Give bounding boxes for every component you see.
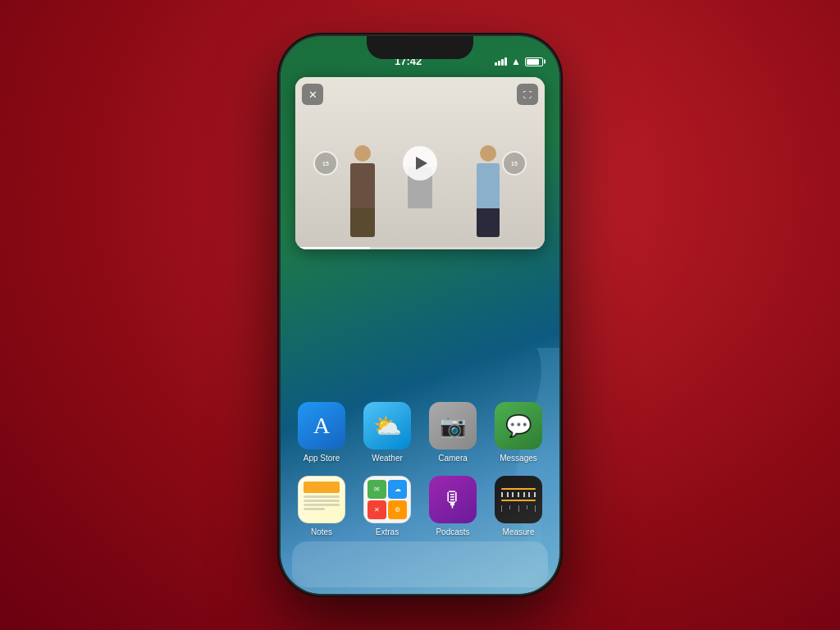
tick-1 xyxy=(501,505,502,512)
messages-icon-symbol: 💬 xyxy=(505,413,532,439)
ruler-dots xyxy=(501,492,536,497)
pip-video-content: 15 15 xyxy=(295,77,545,249)
person-left xyxy=(350,145,375,237)
battery-icon xyxy=(525,57,543,66)
notes-line-4 xyxy=(304,508,325,510)
podcasts-icon-symbol: 🎙 xyxy=(442,487,463,513)
ruler-dot-5 xyxy=(523,492,525,497)
app-item-notes[interactable]: Notes xyxy=(292,476,351,536)
extras-mini-1: ✉ xyxy=(368,480,386,499)
app-item-messages[interactable]: 💬 Messages xyxy=(489,402,548,463)
app-label-messages: Messages xyxy=(500,454,537,463)
app-icon-notes[interactable] xyxy=(298,476,345,523)
play-icon xyxy=(416,157,427,170)
app-icon-podcasts[interactable]: 🎙 xyxy=(429,476,477,523)
ruler-dot-2 xyxy=(507,492,509,497)
status-icons: ▲ xyxy=(495,56,543,67)
measure-icon-content xyxy=(495,476,542,523)
app-item-appstore[interactable]: A App Store xyxy=(292,402,351,463)
app-label-measure: Measure xyxy=(503,527,535,536)
skip-forward-button[interactable]: 15 xyxy=(502,151,527,176)
app-label-extras: Extras xyxy=(376,527,399,536)
person-right xyxy=(477,145,500,237)
notes-header xyxy=(304,482,340,493)
play-button[interactable] xyxy=(403,146,437,180)
notes-line-1 xyxy=(304,495,340,498)
ruler-dot-3 xyxy=(512,492,514,497)
wifi-icon: ▲ xyxy=(511,56,521,67)
app-label-camera: Camera xyxy=(438,454,468,463)
ruler-yellow-line xyxy=(501,488,536,490)
app-item-measure[interactable]: Measure xyxy=(489,476,548,536)
person-left-body xyxy=(350,163,375,208)
phone-screen: 17:42 ▲ xyxy=(281,36,559,594)
skip-back-button[interactable]: 15 xyxy=(313,151,338,176)
app-icon-camera[interactable]: 📷 xyxy=(429,402,477,450)
skip-back-label: 15 xyxy=(322,161,329,167)
app-item-weather[interactable]: ⛅ Weather xyxy=(358,402,417,463)
dock xyxy=(292,541,548,587)
person-right-legs xyxy=(477,208,500,237)
ruler-yellow-line-2 xyxy=(501,500,536,501)
app-label-weather: Weather xyxy=(372,454,403,463)
person-left-head xyxy=(354,145,371,162)
app-item-extras[interactable]: ✉ ☁ ✕ ⚙ Extras xyxy=(358,476,417,536)
tick-2 xyxy=(509,505,510,509)
app-label-podcasts: Podcasts xyxy=(436,527,469,536)
extras-mini-2: ☁ xyxy=(388,480,407,499)
notes-line-2 xyxy=(304,500,340,502)
signal-icon xyxy=(495,57,507,66)
signal-bar-2 xyxy=(498,61,500,66)
battery-fill xyxy=(527,59,539,65)
app-item-camera[interactable]: 📷 Camera xyxy=(423,402,482,463)
ruler-dot-1 xyxy=(501,492,503,497)
tick-3 xyxy=(518,505,519,512)
skip-forward-label: 15 xyxy=(511,161,518,167)
app-label-notes: Notes xyxy=(311,527,332,536)
app-icon-appstore[interactable]: A xyxy=(298,402,345,450)
signal-bar-4 xyxy=(504,57,507,66)
pip-progress-fill xyxy=(295,247,370,249)
ruler-dot-6 xyxy=(528,492,530,497)
signal-bar-3 xyxy=(501,59,504,66)
extras-mini-3: ✕ xyxy=(368,500,386,519)
pip-video-player[interactable]: 15 15 ✕ ⛶ xyxy=(295,77,545,249)
notes-line-3 xyxy=(304,504,340,506)
phone-device: 17:42 ▲ xyxy=(281,36,559,594)
app-item-podcasts[interactable]: 🎙 Podcasts xyxy=(423,476,482,536)
notes-icon-content xyxy=(299,477,345,523)
pip-expand-button[interactable]: ⛶ xyxy=(517,84,538,105)
notch xyxy=(367,36,473,59)
person-right-head xyxy=(480,145,496,162)
app-icon-extras[interactable]: ✉ ☁ ✕ ⚙ xyxy=(363,476,411,523)
person-left-legs xyxy=(350,208,375,237)
app-grid: A App Store ⛅ Weather 📷 Camera xyxy=(292,402,548,536)
app-icon-weather[interactable]: ⛅ xyxy=(363,402,411,450)
app-icon-messages[interactable]: 💬 xyxy=(495,402,542,450)
pip-close-icon: ✕ xyxy=(308,89,317,101)
ruler-dot-4 xyxy=(518,492,519,497)
ruler-dot-7 xyxy=(534,492,536,497)
tick-4 xyxy=(527,505,527,509)
appstore-icon-symbol: A xyxy=(313,413,330,439)
camera-icon-symbol: 📷 xyxy=(440,413,466,439)
extras-icon-content: ✉ ☁ ✕ ⚙ xyxy=(364,477,410,523)
tick-5 xyxy=(535,505,536,512)
ruler-ticks xyxy=(501,505,536,512)
app-label-appstore: App Store xyxy=(304,454,340,463)
pip-progress-bar[interactable] xyxy=(295,247,545,249)
pip-close-button[interactable]: ✕ xyxy=(302,84,323,105)
person-right-body xyxy=(477,163,500,208)
pip-expand-icon: ⛶ xyxy=(523,90,532,99)
weather-icon-symbol: ⛅ xyxy=(373,413,402,440)
extras-mini-4: ⚙ xyxy=(388,500,407,519)
signal-bar-1 xyxy=(495,62,497,66)
app-icon-measure[interactable] xyxy=(495,476,542,523)
